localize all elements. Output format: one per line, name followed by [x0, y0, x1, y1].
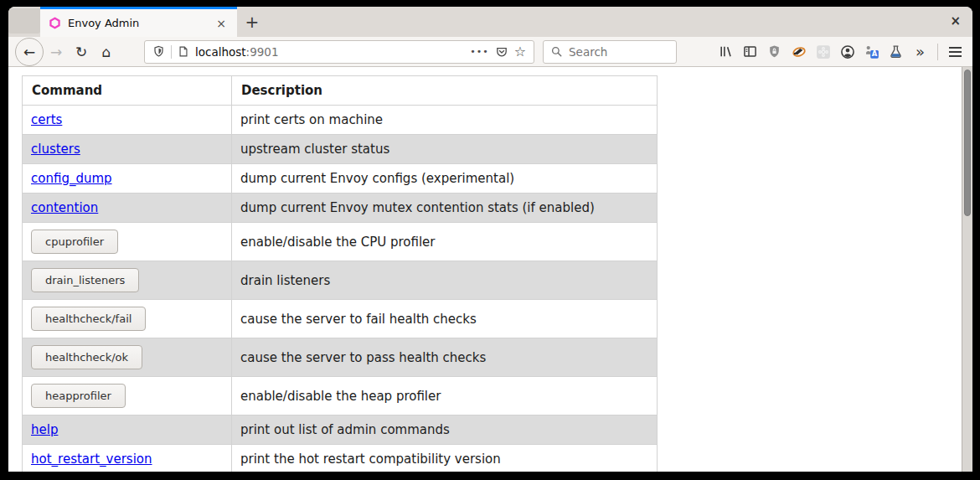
command-cell: hot_restart_version	[23, 445, 232, 472]
description-cell: dump current Envoy mutex contention stat…	[232, 194, 658, 223]
table-row: healthcheck/ok cause the server to pass …	[23, 338, 658, 377]
description-cell: upstream cluster status	[232, 135, 658, 164]
account-icon[interactable]	[835, 39, 859, 65]
description-cell: print certs on machine	[232, 106, 658, 135]
table-row: clusters upstream cluster status	[23, 135, 658, 164]
command-button[interactable]: cpuprofiler	[31, 230, 118, 254]
description-cell: drain listeners	[232, 261, 658, 300]
table-row: certs print certs on machine	[23, 106, 658, 135]
description-cell: print out list of admin commands	[232, 415, 658, 445]
url-text[interactable]: localhost:9901	[195, 45, 279, 59]
browser-window: Envoy Admin × + × ← → ↻ ⌂	[8, 7, 972, 472]
forward-button[interactable]: →	[44, 39, 69, 65]
table-row: cpuprofiler enable/disable the CPU profi…	[23, 223, 658, 261]
flask-icon[interactable]	[884, 39, 908, 65]
command-cell: clusters	[23, 135, 232, 164]
sidebar-icon[interactable]	[738, 39, 762, 65]
privacy-badger-icon[interactable]	[787, 39, 811, 65]
command-cell: cpuprofiler	[23, 223, 232, 261]
tracking-shield-icon[interactable]	[152, 45, 165, 58]
command-button[interactable]: drain_listeners	[31, 268, 139, 292]
command-cell: help	[23, 415, 232, 445]
table-row: hot_restart_version print the hot restar…	[23, 445, 658, 472]
description-cell: cause the server to pass health checks	[232, 338, 658, 377]
table-row: heapprofiler enable/disable the heap pro…	[23, 377, 658, 415]
urlbar-separator	[171, 45, 172, 59]
navigation-toolbar: ← → ↻ ⌂ localh	[8, 37, 972, 67]
translate-icon[interactable]: A	[859, 39, 884, 65]
search-icon	[550, 45, 563, 58]
url-host: localhost	[195, 45, 246, 59]
titlebar-spacer	[8, 8, 40, 34]
window-close-button[interactable]: ×	[950, 13, 961, 28]
tab-envoy-admin[interactable]: Envoy Admin ×	[40, 7, 237, 37]
table-row: config_dump dump current Envoy configs (…	[23, 164, 658, 194]
table-header-row: Command Description	[23, 76, 658, 106]
toolbar-separator	[937, 44, 938, 60]
command-link[interactable]: hot_restart_version	[31, 452, 152, 467]
page-icon[interactable]	[178, 45, 189, 58]
tab-bar: Envoy Admin × + ×	[8, 7, 972, 37]
command-table: Command Description certs print certs on…	[22, 75, 658, 472]
command-table-body: certs print certs on machine clusters up…	[23, 106, 658, 472]
new-tab-button[interactable]: +	[237, 7, 267, 37]
back-button[interactable]: ←	[15, 38, 44, 66]
library-icon[interactable]	[714, 39, 738, 65]
tab-close-icon[interactable]: ×	[214, 17, 229, 30]
search-placeholder: Search	[569, 45, 607, 59]
command-link[interactable]: help	[31, 422, 58, 437]
disabled-extension-icon[interactable]	[811, 39, 835, 65]
url-port: :9901	[246, 45, 279, 59]
menu-icon[interactable]	[943, 39, 967, 65]
search-bar[interactable]: Search	[543, 40, 677, 64]
table-row: healthcheck/fail cause the server to fai…	[23, 300, 658, 338]
vertical-scrollbar[interactable]	[962, 67, 972, 472]
pocket-icon[interactable]	[495, 45, 508, 59]
svg-text:A: A	[871, 49, 877, 58]
command-button[interactable]: healthcheck/ok	[31, 345, 142, 369]
url-bar[interactable]: localhost:9901 ••• ☆	[144, 40, 534, 64]
toolbar-icon-group: A »	[714, 39, 967, 65]
description-cell: enable/disable the heap profiler	[232, 377, 658, 415]
command-cell: config_dump	[23, 164, 232, 194]
command-link[interactable]: certs	[31, 112, 62, 127]
command-link[interactable]: clusters	[31, 142, 80, 157]
description-cell: cause the server to fail health checks	[232, 300, 658, 338]
description-cell: dump current Envoy configs (experimental…	[232, 164, 658, 194]
overflow-icon[interactable]: »	[908, 39, 932, 65]
envoy-favicon-icon	[49, 17, 61, 29]
description-cell: print the hot restart compatibility vers…	[232, 445, 658, 472]
table-row: drain_listeners drain listeners	[23, 261, 658, 300]
command-cell: healthcheck/ok	[23, 338, 232, 377]
shield-lock-icon[interactable]	[762, 39, 787, 65]
command-button[interactable]: healthcheck/fail	[31, 307, 146, 331]
tab-title: Envoy Admin	[68, 17, 207, 29]
table-row: contention dump current Envoy mutex cont…	[23, 194, 658, 223]
command-link[interactable]: config_dump	[31, 171, 112, 186]
bookmark-star-icon[interactable]: ☆	[514, 44, 526, 59]
command-cell: certs	[23, 106, 232, 135]
column-header-command: Command	[23, 76, 232, 106]
command-button[interactable]: heapprofiler	[31, 384, 126, 408]
reload-button[interactable]: ↻	[69, 39, 94, 65]
scrollbar-thumb[interactable]	[964, 70, 971, 216]
table-row: help print out list of admin commands	[23, 415, 658, 445]
column-header-description: Description	[232, 76, 658, 106]
command-cell: contention	[23, 194, 232, 223]
page-actions-icon[interactable]: •••	[470, 46, 488, 57]
command-cell: heapprofiler	[23, 377, 232, 415]
description-cell: enable/disable the CPU profiler	[232, 223, 658, 261]
command-cell: drain_listeners	[23, 261, 232, 300]
page-content: Command Description certs print certs on…	[8, 67, 972, 472]
desktop-background: Envoy Admin × + × ← → ↻ ⌂	[0, 0, 980, 480]
home-button[interactable]: ⌂	[94, 39, 119, 65]
command-cell: healthcheck/fail	[23, 300, 232, 338]
command-link[interactable]: contention	[31, 200, 98, 215]
